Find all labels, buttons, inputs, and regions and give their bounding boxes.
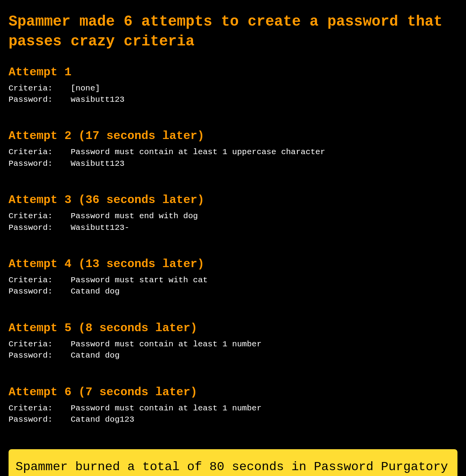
criteria-value: Password must contain at least 1 number bbox=[71, 339, 457, 350]
password-value: Catand dog bbox=[71, 286, 457, 297]
password-label: Password: bbox=[9, 94, 71, 105]
criteria-label: Criteria: bbox=[9, 83, 71, 94]
password-row: Password:Wasibutt123 bbox=[9, 158, 457, 169]
password-value: wasibutt123 bbox=[71, 94, 457, 105]
password-label: Password: bbox=[9, 350, 71, 361]
password-label: Password: bbox=[9, 158, 71, 169]
attempts-container: Attempt 1Criteria:[none]Password:wasibut… bbox=[9, 66, 457, 426]
summary-box: Spammer burned a total of 80 seconds in … bbox=[9, 449, 457, 476]
criteria-value: Password must contain at least 1 number bbox=[71, 403, 457, 414]
password-label: Password: bbox=[9, 222, 71, 233]
attempt-block: Attempt 1Criteria:[none]Password:wasibut… bbox=[9, 66, 457, 106]
attempt-title: Attempt 1 bbox=[9, 66, 457, 79]
criteria-value: [none] bbox=[71, 83, 457, 94]
password-row: Password:wasibutt123 bbox=[9, 94, 457, 105]
criteria-label: Criteria: bbox=[9, 339, 71, 350]
attempt-block: Attempt 3 (36 seconds later)Criteria:Pas… bbox=[9, 193, 457, 233]
password-label: Password: bbox=[9, 414, 71, 425]
attempt-title: Attempt 3 (36 seconds later) bbox=[9, 193, 457, 207]
password-value: Wasibutt123 bbox=[71, 158, 457, 169]
criteria-value: Password must end with dog bbox=[71, 210, 457, 222]
attempt-block: Attempt 4 (13 seconds later)Criteria:Pas… bbox=[9, 257, 457, 297]
attempt-title: Attempt 4 (13 seconds later) bbox=[9, 257, 457, 271]
password-row: Password:Wasibutt123- bbox=[9, 222, 457, 233]
criteria-label: Criteria: bbox=[9, 146, 71, 158]
criteria-label: Criteria: bbox=[9, 403, 71, 414]
attempt-title: Attempt 2 (17 seconds later) bbox=[9, 129, 457, 142]
criteria-label: Criteria: bbox=[9, 210, 71, 222]
criteria-label: Criteria: bbox=[9, 274, 71, 286]
criteria-row: Criteria:Password must contain at least … bbox=[9, 146, 457, 158]
password-label: Password: bbox=[9, 286, 71, 297]
password-row: Password:Catand dog bbox=[9, 286, 457, 297]
criteria-row: Criteria:Password must end with dog bbox=[9, 210, 457, 222]
password-row: Password:Catand dog bbox=[9, 350, 457, 361]
password-value: Catand dog123 bbox=[71, 414, 457, 425]
password-value: Wasibutt123- bbox=[71, 222, 457, 233]
password-value: Catand dog bbox=[71, 350, 457, 361]
criteria-row: Criteria:Password must start with cat bbox=[9, 274, 457, 286]
page-title: Spammer made 6 attempts to create a pass… bbox=[9, 12, 457, 52]
attempt-block: Attempt 2 (17 seconds later)Criteria:Pas… bbox=[9, 129, 457, 169]
criteria-value: Password must start with cat bbox=[71, 274, 457, 286]
attempt-title: Attempt 5 (8 seconds later) bbox=[9, 321, 457, 335]
attempt-block: Attempt 5 (8 seconds later)Criteria:Pass… bbox=[9, 321, 457, 361]
criteria-row: Criteria:[none] bbox=[9, 83, 457, 94]
attempt-block: Attempt 6 (7 seconds later)Criteria:Pass… bbox=[9, 386, 457, 426]
password-row: Password:Catand dog123 bbox=[9, 414, 457, 425]
criteria-row: Criteria:Password must contain at least … bbox=[9, 403, 457, 414]
attempt-title: Attempt 6 (7 seconds later) bbox=[9, 386, 457, 399]
criteria-row: Criteria:Password must contain at least … bbox=[9, 339, 457, 350]
criteria-value: Password must contain at least 1 upperca… bbox=[71, 146, 457, 158]
